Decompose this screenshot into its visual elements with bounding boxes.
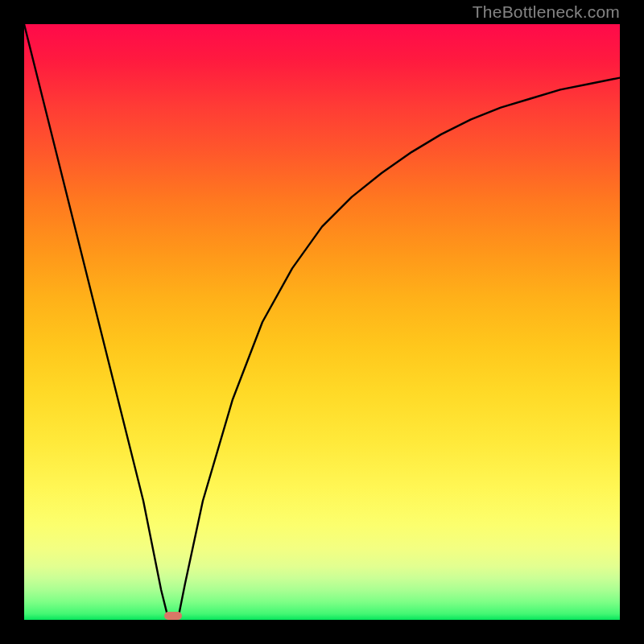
plot-area <box>24 24 620 620</box>
bottleneck-curve <box>24 24 620 620</box>
minimum-marker <box>164 612 182 620</box>
curve-path <box>24 24 620 620</box>
chart-frame: TheBottleneck.com <box>0 0 644 644</box>
watermark-text: TheBottleneck.com <box>473 2 620 22</box>
